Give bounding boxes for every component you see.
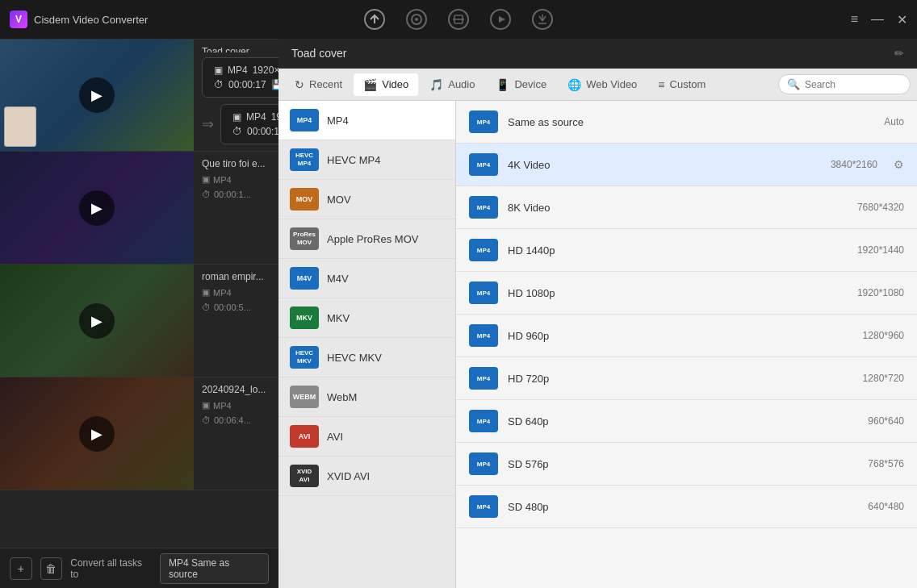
res-badge-hd720: MP4 xyxy=(469,367,498,390)
file-item[interactable]: ▶ 20240924_lo... ▣ MP4 ⏱ 00:06:4... xyxy=(0,377,278,490)
res-badge-sd640: MP4 xyxy=(469,410,498,432)
format-list: MP4 MP4 HEVCMP4 HEVC MP4 MOV MOV ProResM… xyxy=(278,101,456,588)
nav-icon-convert[interactable] xyxy=(360,5,389,34)
close-btn[interactable]: ✕ xyxy=(897,12,907,27)
format-badge-xvid: XVIDAVI xyxy=(290,465,319,487)
format-name: HEVC MP4 xyxy=(327,154,380,166)
res-badge-same: MP4 xyxy=(469,111,498,133)
arrow-icon: ⇒ xyxy=(202,115,214,133)
file-thumbnail: ▶ xyxy=(0,377,194,490)
resolution-list: MP4 Same as source Auto MP4 4K Video 384… xyxy=(456,101,917,588)
file-meta-row: ▣ MP4 xyxy=(202,287,270,298)
format-list-item-mp4[interactable]: MP4 MP4 xyxy=(278,101,455,140)
webvideo-icon: 🌐 xyxy=(567,78,581,91)
nav-icon-edit[interactable] xyxy=(444,5,473,34)
tab-audio[interactable]: 🎵 Audio xyxy=(420,73,484,96)
res-value: 7680*4320 xyxy=(831,202,904,213)
convert-label: Convert all tasks to xyxy=(70,557,152,580)
play-button[interactable]: ▶ xyxy=(79,416,115,452)
format-body: MP4 MP4 HEVCMP4 HEVC MP4 MOV MOV ProResM… xyxy=(278,101,917,588)
format-panel: ↻ Recent 🎬 Video 🎵 Audio 📱 Device 🌐 xyxy=(278,69,917,588)
add-file-button[interactable]: + xyxy=(10,557,32,580)
app-logo: V xyxy=(10,10,27,28)
res-value: 960*640 xyxy=(831,415,904,427)
format-search-box[interactable]: 🔍 xyxy=(778,74,911,94)
file-name: roman empir... xyxy=(202,271,270,282)
format-list-item-prores[interactable]: ProResMOV Apple ProRes MOV xyxy=(278,219,455,259)
search-input[interactable] xyxy=(805,79,902,90)
duration-label: 00:06:4... xyxy=(214,415,251,425)
file-details: roman empir... ▣ MP4 ⏱ 00:00:5... xyxy=(194,265,278,377)
file-details: Que tiro foi e... ▣ MP4 ⏱ 00:00:1... xyxy=(194,152,278,264)
resolution-item-hd960[interactable]: MP4 HD 960p 1280*960 xyxy=(456,315,917,357)
file-item[interactable]: ▶ Que tiro foi e... ▣ MP4 ⏱ 00:00:1... xyxy=(0,152,278,265)
res-name: HD 720p xyxy=(508,373,822,385)
tab-device[interactable]: 📱 Device xyxy=(486,73,556,96)
res-name: SD 480p xyxy=(508,501,822,513)
minimize-btn[interactable]: — xyxy=(871,12,884,27)
format-tab-bar: ↻ Recent 🎬 Video 🎵 Audio 📱 Device 🌐 xyxy=(278,69,917,101)
resolution-item-sd480[interactable]: MP4 SD 480p 640*480 xyxy=(456,486,917,528)
main-content: ▶ Toad cover ▣ MP4 1920×1080 ⏱ xyxy=(0,39,917,588)
edit-icon[interactable]: ✏ xyxy=(894,47,904,60)
format-name: M4V xyxy=(327,273,349,285)
format-icon: ▣ xyxy=(202,400,210,411)
format-label: MP4 xyxy=(213,401,232,411)
format-list-item-mkv[interactable]: MKV MKV xyxy=(278,298,455,338)
file-thumbnail: ▶ xyxy=(0,40,194,151)
resolution-item-hd720[interactable]: MP4 HD 720p 1280*720 xyxy=(456,357,917,400)
play-button[interactable]: ▶ xyxy=(79,303,115,339)
audio-icon: 🎵 xyxy=(429,78,443,91)
format-list-item-hevc-mp4[interactable]: HEVCMP4 HEVC MP4 xyxy=(278,140,455,180)
tab-webvideo[interactable]: 🌐 Web Video xyxy=(558,73,647,96)
tab-video[interactable]: 🎬 Video xyxy=(354,73,418,96)
nav-icon-compress[interactable] xyxy=(402,5,431,34)
settings-gear-icon[interactable]: ⚙ xyxy=(894,158,904,171)
format-list-item-xvid[interactable]: XVIDAVI XVID AVI xyxy=(278,457,455,496)
device-icon: 📱 xyxy=(496,78,509,91)
play-button[interactable]: ▶ xyxy=(79,190,115,226)
res-value: 768*576 xyxy=(831,458,904,469)
format-badge-prores: ProResMOV xyxy=(290,227,319,250)
duration-label: 00:00:1... xyxy=(214,190,251,199)
window-controls: ≡ — ✕ xyxy=(851,12,907,27)
format-list-item-webm[interactable]: WEBM WebM xyxy=(278,377,455,417)
duration-label: 00:00:5... xyxy=(214,302,251,312)
resolution-item-same[interactable]: MP4 Same as source Auto xyxy=(456,101,917,144)
res-name: SD 640p xyxy=(508,415,822,427)
format-badge-avi: AVI xyxy=(290,425,319,448)
format-name: MKV xyxy=(327,312,350,324)
format-badge-m4v: M4V xyxy=(290,267,319,290)
delete-file-button[interactable]: 🗑 xyxy=(40,557,63,580)
file-item[interactable]: ▶ roman empir... ▣ MP4 ⏱ 00:00:5... xyxy=(0,265,278,377)
resolution-item-hd1080[interactable]: MP4 HD 1080p 1920*1080 xyxy=(456,272,917,315)
resolution-item-sd576[interactable]: MP4 SD 576p 768*576 xyxy=(456,443,917,486)
res-value: 1920*1440 xyxy=(831,244,904,256)
file-name: Que tiro foi e... xyxy=(202,158,270,169)
file-item[interactable]: ▶ Toad cover ▣ MP4 1920×1080 ⏱ xyxy=(0,39,278,152)
resolution-item-sd640[interactable]: MP4 SD 640p 960*640 xyxy=(456,400,917,443)
res-name: HD 1080p xyxy=(508,287,822,299)
out-clock-icon: ⏱ xyxy=(232,126,242,137)
tab-custom-label: Custom xyxy=(670,78,706,90)
play-button[interactable]: ▶ xyxy=(79,77,115,113)
resolution-item-4k[interactable]: MP4 4K Video 3840*2160 ⚙ xyxy=(456,144,917,186)
format-icon: ▣ xyxy=(202,287,210,298)
format-list-item-m4v[interactable]: M4V M4V xyxy=(278,259,455,298)
resolution-item-hd1440[interactable]: MP4 HD 1440p 1920*1440 xyxy=(456,229,917,272)
recent-icon: ↻ xyxy=(295,78,304,91)
format-list-item-avi[interactable]: AVI AVI xyxy=(278,417,455,457)
tab-custom[interactable]: ≡ Custom xyxy=(648,73,715,96)
convert-badge[interactable]: MP4 Same as source xyxy=(160,553,269,584)
tab-recent[interactable]: ↻ Recent xyxy=(285,73,352,96)
format-list-item-hevc-mkv[interactable]: HEVCMKV HEVC MKV xyxy=(278,338,455,377)
format-icon: ▣ xyxy=(214,65,223,76)
resolution-item-8k[interactable]: MP4 8K Video 7680*4320 xyxy=(456,186,917,229)
menu-icon[interactable]: ≡ xyxy=(851,12,858,27)
input-duration: 00:00:17 xyxy=(228,79,266,90)
file-name: 20240924_lo... xyxy=(202,384,270,395)
format-list-item-mov[interactable]: MOV MOV xyxy=(278,180,455,219)
format-name: Apple ProRes MOV xyxy=(327,233,418,245)
nav-icon-record[interactable] xyxy=(486,5,515,34)
nav-icon-download[interactable] xyxy=(528,5,557,34)
